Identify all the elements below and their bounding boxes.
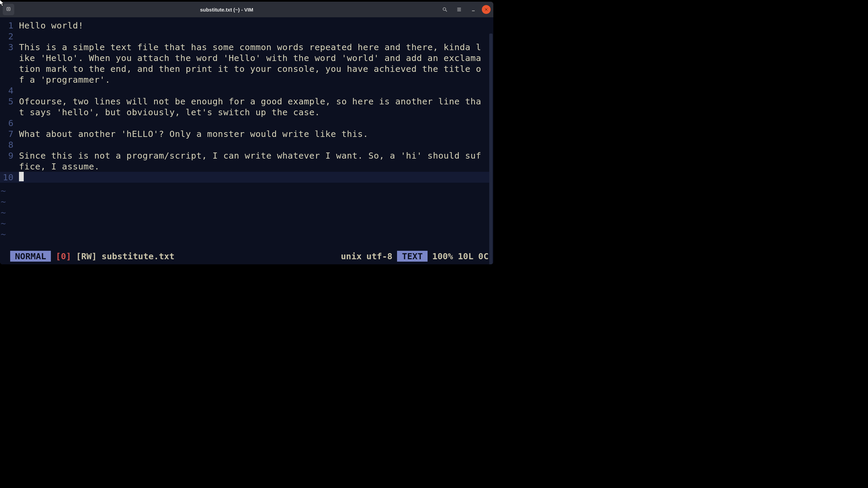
line-text[interactable] [17,139,492,150]
scrollbar[interactable] [489,34,493,264]
editor-line[interactable]: 9Since this is not a program/script, I c… [0,150,492,161]
buffer-number: [0] [56,251,71,261]
titlebar: substitute.txt (~) - VIM [0,2,493,17]
editor[interactable]: 1Hello world!23This is a simple text fil… [0,17,493,264]
line-number: 10 [0,172,17,183]
tilde-line: ~ [1,185,493,196]
new-tab-icon [6,7,11,12]
filename: substitute.txt [102,251,175,261]
line-text[interactable]: fice, I assume. [17,161,492,172]
readwrite-flag: [RW] [76,251,97,261]
line-text[interactable]: What about another 'hELLO'? Only a monst… [17,128,492,139]
line-number: 3 [0,42,17,53]
editor-line[interactable]: 7What about another 'hELLO'? Only a mons… [0,128,492,139]
statusline: NORMAL [0] [RW] substitute.txt unix utf-… [10,251,489,262]
line-text[interactable]: ike 'Hello'. When you attach the word 'H… [17,53,492,63]
minimize-button[interactable] [468,4,479,15]
line-text[interactable]: Hello world! [17,20,492,31]
mouse-pointer-icon [0,0,5,7]
line-text[interactable] [17,118,492,128]
editor-line[interactable]: tion mark to the end, and then print it … [0,63,492,74]
line-text[interactable]: f a 'programmer'. [17,74,492,85]
gvim-window: substitute.txt (~) - VIM [0,2,493,264]
editor-line[interactable]: fice, I assume. [0,161,492,172]
editor-line[interactable]: 3This is a simple text file that has som… [0,42,492,53]
line-count: 10L [458,251,473,261]
line-number: 2 [0,31,17,42]
encoding: utf-8 [367,251,393,261]
editor-line[interactable]: 10 [0,172,492,183]
tilde-line: ~ [1,229,493,240]
svg-point-3 [443,8,446,11]
editor-line[interactable]: 8 [0,139,492,150]
search-icon [442,7,448,12]
line-number: 4 [0,85,17,96]
line-text[interactable]: t says 'hello', but obviously, let's swi… [17,107,492,118]
empty-line-tilde-area: ~~~~~ [0,185,493,240]
line-text[interactable] [17,172,492,183]
tilde-line: ~ [1,196,493,207]
line-number: 1 [0,20,17,31]
editor-line[interactable]: 6 [0,118,492,128]
line-number: 7 [0,128,17,139]
editor-line[interactable]: 5Ofcourse, two lines will not be enough … [0,96,492,107]
mode-indicator: NORMAL [10,251,51,262]
window-title: substitute.txt (~) - VIM [16,7,437,13]
minimize-icon [471,7,476,12]
search-button[interactable] [439,4,451,15]
editor-line[interactable]: t says 'hello', but obviously, let's swi… [0,107,492,118]
svg-line-4 [446,10,447,12]
column: 0C [478,251,489,261]
line-number: 5 [0,96,17,107]
line-text[interactable] [17,31,492,42]
close-icon [484,7,488,12]
line-number: 6 [0,118,17,128]
hamburger-icon [456,7,462,12]
hamburger-menu-button[interactable] [453,4,465,15]
line-text[interactable] [17,85,492,96]
editor-line[interactable]: ike 'Hello'. When you attach the word 'H… [0,53,492,63]
line-text[interactable]: Ofcourse, two lines will not be enough f… [17,96,492,107]
cursor [19,172,24,181]
close-button[interactable] [482,5,491,14]
editor-line[interactable]: f a 'programmer'. [0,74,492,85]
line-number: 8 [0,139,17,150]
line-text[interactable]: This is a simple text file that has some… [17,42,492,53]
scrollbar-thumb[interactable] [489,34,493,264]
filetype: TEXT [397,251,427,262]
line-text[interactable]: Since this is not a program/script, I ca… [17,150,492,161]
fileformat: unix [341,251,361,261]
scroll-percent: 100% [432,251,453,261]
tilde-line: ~ [1,207,493,218]
line-text[interactable]: tion mark to the end, and then print it … [17,63,492,74]
editor-line[interactable]: 1Hello world! [0,20,492,31]
editor-line[interactable]: 2 [0,31,492,42]
line-number: 9 [0,150,17,161]
editor-line[interactable]: 4 [0,85,492,96]
tilde-line: ~ [1,218,493,229]
